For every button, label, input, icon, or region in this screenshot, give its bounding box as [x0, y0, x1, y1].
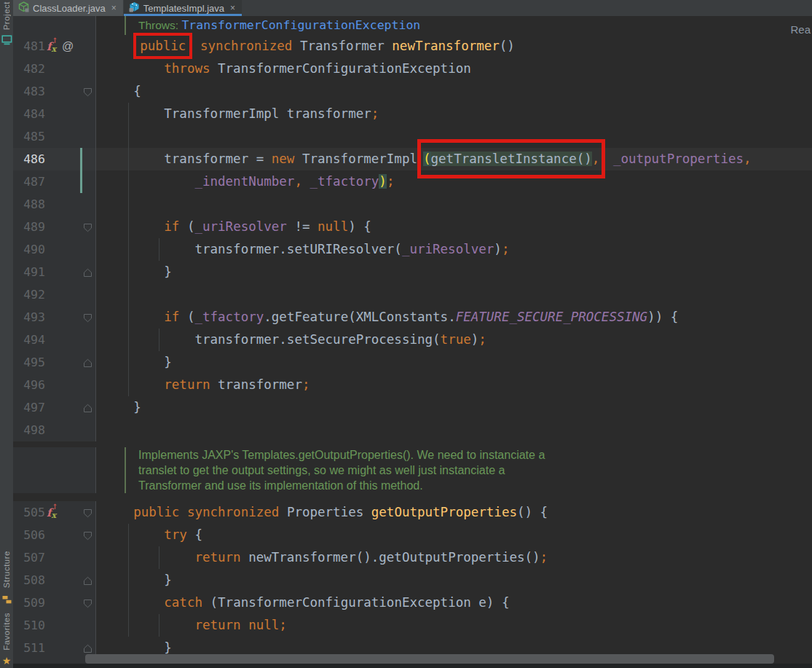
gutter[interactable]: 510: [13, 614, 96, 637]
tool-button-favorites[interactable]: Favorites: [2, 613, 11, 651]
code-line[interactable]: 496 return transformer;: [13, 374, 812, 396]
gutter[interactable]: 481f↑x@: [13, 35, 96, 58]
code-text: Implements JAXP's Templates.getOutputPro…: [96, 447, 812, 463]
fold-marker-icon[interactable]: [83, 598, 92, 608]
override-method-icon: f↑x: [47, 506, 56, 519]
code-line[interactable]: 510 return null;: [13, 614, 812, 637]
gutter[interactable]: [13, 16, 96, 35]
code-line[interactable]: 488: [13, 193, 812, 216]
tool-window-bar: Project Structure Favorites ★: [0, 0, 13, 668]
star-icon[interactable]: ★: [2, 656, 12, 665]
structure-icon[interactable]: [2, 594, 12, 607]
code-line[interactable]: 507 return newTransformer().getOutputPro…: [13, 546, 812, 569]
fold-marker-icon[interactable]: [83, 575, 92, 585]
code-text: }: [96, 569, 812, 592]
code-text: translet to get the output settings, so …: [96, 463, 812, 478]
gutter[interactable]: [13, 478, 96, 493]
gutter[interactable]: 505f↑x: [13, 501, 96, 524]
code-line[interactable]: 490 transformer.setURIResolver(_uriResol…: [13, 238, 812, 261]
fold-marker-icon[interactable]: [83, 313, 92, 322]
code-line[interactable]: 486 transformer = new TransformerImpl(ge…: [13, 148, 812, 170]
fold-marker-icon[interactable]: [83, 643, 92, 653]
code-text: return null;: [96, 614, 812, 637]
code-text: TransformerImpl transformer;: [96, 103, 812, 125]
gutter[interactable]: 491: [13, 261, 96, 283]
code-line[interactable]: 497 }: [13, 396, 812, 419]
code-line[interactable]: 491 }: [13, 261, 812, 283]
code-line[interactable]: 485: [13, 125, 812, 148]
line-number: 493: [17, 306, 45, 329]
gutter[interactable]: 486: [13, 148, 96, 170]
code-line[interactable]: 506 try {: [13, 524, 812, 546]
code-line[interactable]: 482 throws TransformerConfigurationExcep…: [13, 58, 812, 80]
fold-marker-icon[interactable]: [83, 403, 92, 412]
code-line[interactable]: 494 transformer.setSecureProcessing(true…: [13, 329, 812, 351]
gutter[interactable]: 507: [13, 546, 96, 569]
line-number: 494: [17, 329, 45, 351]
code-line[interactable]: 483 {: [13, 80, 812, 103]
gutter[interactable]: 483: [13, 80, 96, 103]
gutter[interactable]: 482: [13, 58, 96, 80]
code-line[interactable]: 492: [13, 283, 812, 306]
fold-marker-icon[interactable]: [83, 267, 92, 277]
gutter[interactable]: 488: [13, 193, 96, 216]
code-editor[interactable]: Throws: TransformerConfigurationExceptio…: [13, 16, 812, 668]
close-icon[interactable]: ×: [111, 3, 117, 13]
indent-guide: [159, 238, 159, 261]
code-text: Throws: TransformerConfigurationExceptio…: [96, 16, 812, 35]
gutter[interactable]: 484: [13, 103, 96, 125]
code-line[interactable]: 489 if (_uriResolver != null) {: [13, 216, 812, 238]
tool-button-project[interactable]: Project: [2, 1, 11, 30]
gutter[interactable]: 497: [13, 396, 96, 419]
code-line[interactable]: 481f↑x@ public synchronized Transformer …: [13, 35, 812, 58]
gutter[interactable]: [13, 447, 96, 463]
reader-mode-hint[interactable]: Rea: [790, 23, 811, 36]
doc-comment-line[interactable]: Implements JAXP's Templates.getOutputPro…: [13, 447, 812, 463]
code-line[interactable]: 493 if (_tfactory.getFeature(XMLConstant…: [13, 306, 812, 329]
code-line[interactable]: 484 TransformerImpl transformer;: [13, 103, 812, 125]
line-number: 492: [17, 283, 45, 306]
indent-guide: [128, 103, 129, 396]
fold-marker-icon[interactable]: [83, 358, 92, 367]
gutter[interactable]: 490: [13, 238, 96, 261]
code-line[interactable]: 487 _indentNumber, _tfactory);: [13, 170, 812, 193]
gutter[interactable]: 498: [13, 419, 96, 441]
code-text: if (_tfactory.getFeature(XMLConstants.FE…: [96, 306, 812, 329]
code-line[interactable]: 509 catch (TransformerConfigurationExcep…: [13, 592, 812, 614]
close-icon[interactable]: ×: [230, 3, 235, 13]
code-text: [96, 283, 812, 306]
fold-marker-icon[interactable]: [83, 222, 92, 232]
class-cube-green-icon: [18, 1, 29, 15]
fold-marker-icon[interactable]: [83, 508, 92, 517]
tab-label: TemplatesImpl.java: [143, 3, 224, 14]
project-monitor-icon[interactable]: [1, 35, 12, 48]
doc-comment-line[interactable]: Transformer and use its implementation o…: [13, 478, 812, 493]
gutter[interactable]: 493: [13, 306, 96, 329]
gutter[interactable]: [13, 463, 96, 478]
tab-classloader[interactable]: ClassLoader.java ×: [13, 0, 123, 16]
gutter[interactable]: 495: [13, 351, 96, 374]
gutter[interactable]: 489: [13, 216, 96, 238]
gutter[interactable]: 509: [13, 592, 96, 614]
code-line[interactable]: 508 }: [13, 569, 812, 592]
fold-marker-icon[interactable]: [83, 87, 92, 96]
code-line[interactable]: 495 }: [13, 351, 812, 374]
code-text: throws TransformerConfigurationException: [96, 58, 812, 80]
doc-comment-line[interactable]: translet to get the output settings, so …: [13, 463, 812, 478]
gutter[interactable]: 485: [13, 125, 96, 148]
horizontal-scrollbar[interactable]: [85, 654, 774, 664]
gutter[interactable]: 496: [13, 374, 96, 396]
gutter[interactable]: 506: [13, 524, 96, 546]
code-line[interactable]: 498: [13, 419, 812, 441]
line-number: 487: [17, 170, 45, 193]
tool-button-structure[interactable]: Structure: [2, 551, 11, 588]
gutter[interactable]: 511: [13, 637, 96, 659]
gutter[interactable]: 492: [13, 283, 96, 306]
code-text: catch (TransformerConfigurationException…: [96, 592, 812, 614]
gutter[interactable]: 508: [13, 569, 96, 592]
tab-templatesimpl[interactable]: TemplatesImpl.java ×: [124, 0, 242, 16]
gutter[interactable]: 494: [13, 329, 96, 351]
gutter[interactable]: 487: [13, 170, 96, 193]
code-line[interactable]: 505f↑x public synchronized Properties ge…: [13, 501, 812, 524]
fold-marker-icon[interactable]: [83, 530, 92, 540]
